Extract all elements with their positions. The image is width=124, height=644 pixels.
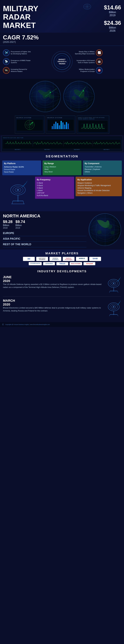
seg-app-item-2: Airborne Mapping: [77, 187, 120, 189]
dev-march-date: MARCH 2020: [3, 299, 104, 306]
stat-2026-value: $24.36: [104, 20, 121, 26]
stat-2026-block: $24.36 Billion 2026: [104, 20, 121, 32]
drivers-center-graphic: MARKET DRIVERS & TRENDS: [51, 50, 73, 72]
id-sector-title: IDENTIFICATION SECTOR: [3, 137, 121, 138]
globe-right: [63, 80, 95, 113]
radar-bars-svg: [50, 120, 71, 130]
player-saab: SAAB: [89, 257, 101, 261]
market-players-title: MARKET PLAYERS: [2, 252, 122, 255]
seg-platform-title: By Platform: [4, 162, 39, 164]
na-stats: $9.28 Billion 2018 $9.74 Billion 2019: [3, 220, 86, 229]
sector-label-4: SECTOR 4: [103, 149, 109, 150]
globe-section: [0, 79, 124, 114]
seg-frequency-title: By Frequency: [37, 178, 72, 181]
seg-freq-item-1: S-Band: [37, 184, 72, 186]
player-thales: THALES: [56, 262, 68, 265]
seg-by-component: By Component Transmitter | Antenna Recei…: [83, 160, 122, 175]
seg-freq-item-2: X-Band: [37, 187, 72, 189]
radar-panel-1: SEARCH SYSTEM: [15, 116, 44, 134]
cagr-value: CAGR 7.52%: [3, 34, 39, 41]
driver-icon-3: 🤖: [96, 58, 102, 65]
seg-range-title: By Range: [44, 162, 80, 164]
satellite-large-icon: [9, 178, 28, 208]
seg-by-application: By Application Weapon Guidance Airspace …: [76, 177, 122, 196]
radar-panel-3: DIRECT A 2D/3D PANEL SECTION OR WIDE-RAN…: [77, 116, 109, 134]
drivers-section: 🛩️ Procurement of Fighter Jets by Develo…: [0, 46, 124, 79]
na-regions-list: EUROPE ASIA PACIFIC REST OF THE WORLD: [3, 230, 86, 247]
na-stat-2018-val: $9.28: [3, 220, 13, 224]
player-honeywell: Honeywell: [83, 262, 95, 265]
dev-march-text: Bharat Electronics Limited secured a $40…: [3, 306, 104, 312]
dev-june-date: JUNE 2020: [3, 275, 104, 283]
player-lm: LOCKHEED MARTIN: [29, 262, 42, 265]
seg-satellite-image: [2, 177, 34, 209]
dev-sat-svg-2: [106, 299, 121, 316]
market-players-section: MARKET PLAYERS IAI NORTHROPGRUMMAN GENER…: [0, 250, 124, 268]
svg-rect-44: [52, 126, 53, 129]
player-airbus: AIRBUS: [76, 257, 88, 261]
players-row-1: IAI NORTHROPGRUMMAN GENERALDYNAMICS Rayt…: [2, 257, 122, 261]
svg-rect-48: [59, 125, 60, 129]
svg-point-84: [113, 283, 114, 284]
na-stat-2019-val: $9.74: [16, 220, 25, 224]
svg-rect-45: [53, 124, 55, 129]
seg-platform-item-0: Airborne Radar 34.5%: [4, 166, 39, 168]
radar-wave-svg: [81, 121, 105, 132]
player-raytheon: RaytheonTechnologies: [63, 257, 74, 261]
seg-component-item-2: Others: [85, 171, 120, 173]
seg-component-item-1: Receiver | Duplexer: [85, 168, 120, 170]
id-sector-section: IDENTIFICATION SECTOR SECTOR 1 SECTOR 2 …: [2, 136, 122, 152]
header-section: MILITARY RADAR MARKET $14.66 Billion 201…: [0, 0, 124, 33]
globe-right-svg: [63, 80, 95, 113]
radar-satellite-icon: [81, 2, 93, 11]
player-bae: BAE SYSTEMS: [70, 262, 82, 265]
footer-icon: ©: [2, 323, 4, 326]
svg-line-68: [23, 201, 24, 204]
dev-march-content: MARCH 2020 Bharat Electronics Limited se…: [3, 299, 104, 312]
svg-point-92: [113, 306, 114, 308]
drivers-right-col: 📈 Steady Rise in Military Spending Major…: [74, 48, 122, 75]
seg-freq-item-0: C-Band: [37, 182, 72, 184]
seg-range-item-0: Long | Medium: [44, 166, 80, 168]
footer: © Copyrights @ Fortune Business Insights…: [0, 322, 124, 327]
id-sector-display: [3, 139, 121, 149]
driver-text-4: Increasing Demand for Airborne Radars: [11, 68, 31, 72]
driver-text-2: Emergence of MIMO Radar Systems: [11, 60, 31, 64]
radar-panel-3-title: DIRECT A 2D/3D PANEL SECTION OR WIDE-RAN…: [78, 117, 108, 120]
driver-item-4: 🛰️ Increasing Demand for Airborne Radars: [3, 67, 31, 74]
radar-screen-3: [78, 120, 108, 132]
player-iai: IAI: [23, 257, 35, 261]
seg-bottom-row: By Frequency C-Band S-Band X-Band L-Band…: [2, 177, 122, 209]
seg-component-item-0: Transmitter | Antenna: [85, 166, 120, 168]
na-region-europe: EUROPE: [3, 230, 86, 236]
svg-rect-49: [61, 121, 62, 129]
header-stats: $14.66 Billion 2019 $24.36 Billion 2026: [104, 4, 121, 35]
na-globe-svg: [89, 214, 121, 246]
seg-by-range: By Range Long | Medium Short Very Short: [43, 160, 81, 175]
page-title: MILITARY RADAR MARKET: [3, 4, 50, 30]
na-left-content: NORTH AMERICA $9.28 Billion 2018 $9.74 B…: [3, 214, 86, 247]
radar-panel-2: SEARCH SYSTEM: [46, 116, 75, 134]
svg-line-87: [109, 291, 110, 292]
radar-screen-2: [47, 119, 74, 131]
svg-line-96: [117, 314, 118, 316]
dev-satellite-icon-2: [106, 299, 121, 317]
sector-label-3: SECTOR 3: [74, 149, 80, 150]
svg-rect-51: [64, 124, 65, 129]
stat-2019-year: 2019: [104, 14, 121, 17]
radar-panel-1-title: SEARCH SYSTEM: [16, 117, 43, 118]
seg-freq-item-3: L-Band: [37, 190, 72, 192]
driver-icon-4: 🛰️: [3, 67, 10, 74]
segmentation-section: SEGMENTATION By Platform Airborne Radar …: [0, 152, 124, 211]
dev-march-2020: MARCH 2020 Bharat Electronics Limited se…: [3, 299, 121, 317]
driver-item-0: 🛩️ Procurement of Fighter Jets by Develo…: [3, 50, 31, 56]
radar-panel-2-title: SEARCH SYSTEM: [47, 117, 74, 118]
svg-rect-53: [68, 124, 69, 129]
na-stat-2019-unit: Billion: [16, 224, 25, 227]
driver-item-2: 📡 Emergence of MIMO Radar Systems: [3, 58, 31, 65]
radar-screen-1: [16, 119, 43, 131]
seg-freq-item-4: UHF/VHF: [37, 192, 72, 194]
seg-component-title: By Component: [85, 162, 120, 164]
id-sector-wave-svg: [4, 140, 120, 148]
seg-by-frequency: By Frequency C-Band S-Band X-Band L-Band…: [35, 177, 74, 199]
